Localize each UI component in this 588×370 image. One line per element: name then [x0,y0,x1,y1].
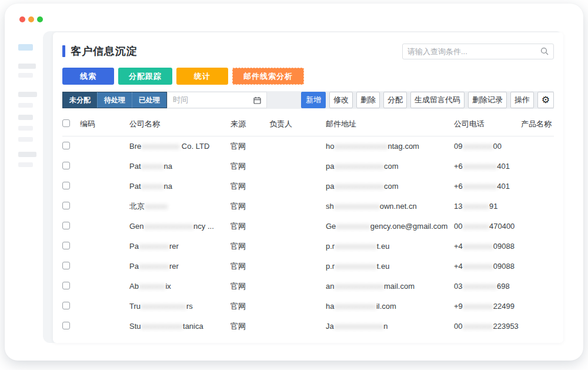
redacted-text: xxxxxxxxx [463,162,497,171]
company-cell: Patxxxxxxna [129,156,230,176]
code-cell [80,176,129,196]
nav-button-线索[interactable]: 线索 [62,68,114,85]
row-select-cell [62,316,80,336]
redacted-text: xxxxxxxxxxxxx [334,322,384,331]
action-button-生成留言代码[interactable]: 生成留言代码 [410,92,465,108]
owner-cell [269,176,326,196]
company-cell: Brexxxxxxxxxx Co. LTD [129,136,230,156]
redacted-text: xxxxxxx [462,202,489,211]
company-cell: Paxxxxxxxxrer [129,256,230,276]
code-cell [80,156,129,176]
redacted-text: xxxxxx [141,182,164,191]
phone-cell: +6xxxxxxxxx401 [454,176,521,196]
action-button-操作[interactable]: 操作 [510,92,534,108]
email-cell: p.rxxxxxxxxxxxt.eu [326,236,454,256]
nav-button-邮件线索分析[interactable]: 邮件线索分析 [232,68,304,85]
redacted-text: xxxxxxxxxx [141,142,179,151]
source-cell: 官网 [230,296,269,316]
table-row: Abxxxxxxxix官网anxxxxxxxxxxxxxmail.com03xx… [62,276,554,296]
close-window-icon[interactable] [19,16,25,22]
source-cell: 官网 [230,256,269,276]
status-filter-group: 未分配待处理已处理 [62,92,167,108]
redacted-text: xxxxxxxxx [463,182,497,191]
product-cell [521,256,554,276]
action-button-分配[interactable]: 分配 [383,92,407,108]
date-filter[interactable]: 时间 [167,92,267,108]
product-cell [521,136,554,156]
product-cell [521,156,554,176]
redacted-text: xxxxxxxxx [462,282,497,291]
sidebar-skeleton-bar [18,115,33,120]
redacted-text: xxxxxxxxxxxxx [334,282,384,291]
phone-cell: +4xxxxxxxx09088 [454,256,521,276]
redacted-text: xxxxxxxxxxxxxx [334,142,387,151]
column-header-编码: 编码 [80,114,129,136]
toolbar: 未分配待处理已处理 时间 新增修改删除分配生成留言代码删除记录操作⚙ [62,91,554,109]
owner-cell [269,296,326,316]
sidebar-skeleton-bar [18,44,33,51]
company-cell: 北京xxxxxx [129,196,230,216]
search-icon [540,47,549,55]
row-checkbox[interactable] [62,162,70,169]
module-nav: 线索分配跟踪统计邮件线索分析 [62,68,554,85]
email-cell: p.rxxxxxxxxxxxt.eu [326,256,454,276]
row-checkbox[interactable] [62,182,70,189]
main-area: 客户信息沉淀 线索分配跟踪统计邮件线索分析 未分配待处理已处理 时间 [43,31,563,343]
email-cell: hoxxxxxxxxxxxxxxntag.com [326,136,454,156]
calendar-icon [253,96,261,104]
code-cell [80,136,129,156]
redacted-text: xxxxxxxxxxx [335,242,377,251]
row-checkbox[interactable] [62,302,70,309]
product-cell [521,196,554,216]
filter-segment-待处理[interactable]: 待处理 [97,92,132,108]
company-cell: Paxxxxxxxxrer [129,236,230,256]
row-select-cell [62,216,80,236]
row-checkbox[interactable] [62,262,70,269]
row-checkbox[interactable] [62,142,70,149]
action-button-group: 新增修改删除分配生成留言代码删除记录操作⚙ [301,92,554,108]
select-all-checkbox[interactable] [62,119,70,127]
sidebar-skeleton-bar [18,162,33,167]
search-box[interactable] [402,44,554,59]
gear-icon[interactable]: ⚙ [537,92,554,108]
redacted-text: xxxxxxxxxxx [335,262,377,271]
company-cell: Genxxxxxxxxxxxxxncy ... [129,216,230,236]
minimize-window-icon[interactable] [28,16,34,22]
filter-segment-已处理[interactable]: 已处理 [132,92,166,108]
redacted-text: xxxxxxxx [462,142,493,151]
filter-segment-未分配[interactable]: 未分配 [63,92,97,108]
row-select-cell [62,136,80,156]
product-cell [521,276,554,296]
row-checkbox[interactable] [62,202,70,209]
row-checkbox[interactable] [62,242,70,249]
row-checkbox[interactable] [62,282,70,289]
source-cell: 官网 [230,196,269,216]
source-cell: 官网 [230,136,269,156]
code-cell [80,316,129,336]
email-cell: anxxxxxxxxxxxxxmail.com [326,276,454,296]
code-cell [80,196,129,216]
owner-cell [269,316,326,336]
company-cell: Patxxxxxxna [129,176,230,196]
row-checkbox[interactable] [62,322,70,329]
table-row: Patxxxxxxna官网paxxxxxxxxxxxxxcom+6xxxxxxx… [62,176,554,196]
source-cell: 官网 [230,236,269,256]
table-row: Brexxxxxxxxxx Co. LTD官网hoxxxxxxxxxxxxxxn… [62,136,554,156]
row-checkbox[interactable] [62,222,70,229]
product-cell [521,216,554,236]
sidebar-skeleton-bar [18,92,37,97]
zoom-window-icon[interactable] [37,16,43,22]
owner-cell [269,256,326,276]
action-button-删除记录[interactable]: 删除记录 [468,92,507,108]
action-button-删除[interactable]: 删除 [356,92,380,108]
action-button-修改[interactable]: 修改 [329,92,353,108]
nav-button-统计[interactable]: 统计 [176,68,228,85]
row-select-cell [62,256,80,276]
search-input[interactable] [407,47,540,56]
add-button[interactable]: 新增 [301,92,326,108]
column-header-来源: 来源 [230,114,269,136]
source-cell: 官网 [230,276,269,296]
sidebar-skeleton-bar [18,126,33,131]
nav-button-分配跟踪[interactable]: 分配跟踪 [118,68,172,85]
source-cell: 官网 [230,316,269,336]
